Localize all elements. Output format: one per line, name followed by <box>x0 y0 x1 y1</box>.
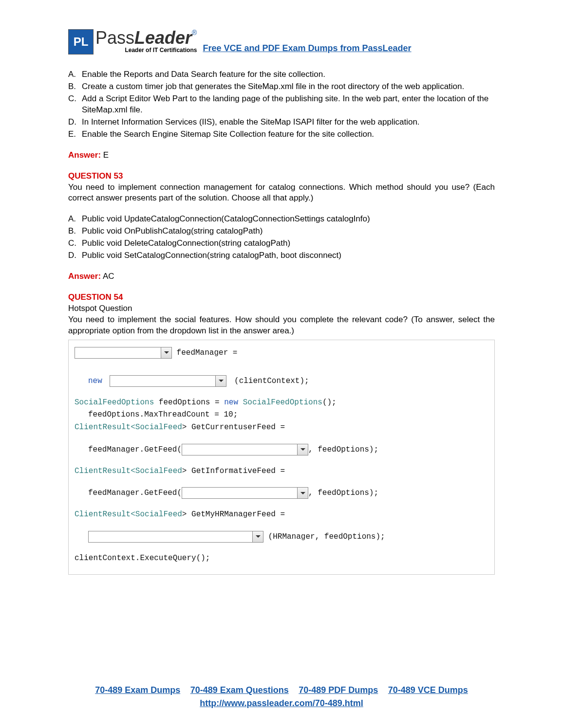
code-line-9: ClientResult<SocialFeed> GetMyHRManagerF… <box>75 510 488 520</box>
option-a: A.Enable the Reports and Data Search fea… <box>82 69 495 80</box>
code-line-2: new (clientContext); <box>75 375 488 387</box>
dropdown-2[interactable] <box>110 375 226 387</box>
type: ClientResult< <box>75 510 135 519</box>
q54-prompt: You need to implement the social feature… <box>68 314 495 337</box>
option-b: B.Public void OnPublishCatalog(string ca… <box>82 226 495 237</box>
footer-link-2[interactable]: 70-489 Exam Questions <box>190 685 289 695</box>
logo-box: PL <box>68 29 94 55</box>
code-text: (HRManager, feedOptions); <box>268 532 385 541</box>
code-text: , feedOptions); <box>308 489 378 497</box>
brand-reg: ® <box>192 29 197 36</box>
q53-prompt: You need to implement connection managem… <box>68 182 495 204</box>
option-c: C.Add a Script Editor Web Part to the la… <box>82 93 495 116</box>
type: SocialFeed <box>135 510 182 519</box>
code-text: > GetMyHRManagerFeed = <box>182 510 285 519</box>
footer-url-row: http://www.passleader.com/70-489.html <box>68 698 495 709</box>
code-line-8: feedManager.GetFeed(, feedOptions); <box>75 487 488 499</box>
chevron-down-icon <box>161 347 171 358</box>
answer-label: Answer: <box>68 272 101 281</box>
option-d-text: Public void SetCatalogConnection(string … <box>82 251 341 260</box>
q54: QUESTION 54 Hotspot Question You need to… <box>68 292 495 337</box>
brand-pass: Pass <box>95 28 134 48</box>
code-line-5: ClientResult<SocialFeed> GetCurrentuserF… <box>75 422 488 433</box>
tagline: Leader of IT Certifications <box>95 47 197 54</box>
chevron-down-icon <box>215 376 226 386</box>
option-d: D.In Internet Information Services (IIS)… <box>82 117 495 128</box>
footer-url[interactable]: http://www.passleader.com/70-489.html <box>200 698 363 708</box>
option-a-text: Public void UpdateCatalogConnection(Cata… <box>82 214 370 223</box>
dropdown-3[interactable] <box>182 444 308 455</box>
code-text: > GetCurrentuserFeed = <box>182 423 285 432</box>
code-text: , feedOptions); <box>308 445 378 454</box>
answer-label: Answer: <box>68 150 101 160</box>
type: SocialFeedOptions <box>238 398 322 407</box>
code-line-4: feedOptions.MaxThreadCount = 10; <box>75 410 488 420</box>
code-area: feedManager = new (clientContext); Socia… <box>68 340 495 575</box>
logo-text: PassLeader® Leader of IT Certifications <box>95 29 197 54</box>
option-b-text: Create a custom timer job that generates… <box>82 82 464 91</box>
chevron-down-icon <box>297 444 308 455</box>
code-text: (); <box>322 398 337 407</box>
dropdown-4[interactable] <box>182 487 308 499</box>
code-line-7: ClientResult<SocialFeed> GetInformativeF… <box>75 466 488 477</box>
option-c-text: Public void DeleteCatalogConnection(stri… <box>82 238 290 248</box>
q54-subtype: Hotspot Question <box>68 303 495 314</box>
keyword-new: new <box>224 398 238 407</box>
type: SocialFeed <box>135 467 182 475</box>
code-text: > GetInformativeFeed = <box>182 467 285 475</box>
footer: 70-489 Exam Dumps 70-489 Exam Questions … <box>68 685 495 709</box>
code-text: feedManager.GetFeed( <box>88 489 182 497</box>
footer-links-row: 70-489 Exam Dumps 70-489 Exam Questions … <box>68 685 495 695</box>
q52-answer: Answer: E <box>68 150 495 161</box>
option-b: B.Create a custom timer job that generat… <box>82 81 495 92</box>
type: SocialFeedOptions <box>75 398 154 407</box>
option-c-text: Add a Script Editor Web Part to the land… <box>82 94 488 114</box>
q53-label: QUESTION 53 <box>68 171 495 182</box>
footer-link-3[interactable]: 70-489 PDF Dumps <box>299 685 378 695</box>
q54-label: QUESTION 54 <box>68 292 495 303</box>
brand-leader: Leader <box>134 28 192 48</box>
q53-options: A.Public void UpdateCatalogConnection(Ca… <box>68 214 495 261</box>
content: A.Enable the Reports and Data Search fea… <box>68 69 495 575</box>
dropdown-1[interactable] <box>75 347 172 359</box>
footer-link-1[interactable]: 70-489 Exam Dumps <box>95 685 180 695</box>
footer-link-4[interactable]: 70-489 VCE Dumps <box>388 685 468 695</box>
q53-answer: Answer: AC <box>68 271 495 282</box>
option-c: C.Public void DeleteCatalogConnection(st… <box>82 238 495 249</box>
option-d: D.Public void SetCatalogConnection(strin… <box>82 250 495 261</box>
option-a: A.Public void UpdateCatalogConnection(Ca… <box>82 214 495 225</box>
type: ClientResult< <box>75 467 135 475</box>
option-e: E.Enable the Search Engine Sitemap Site … <box>82 129 495 140</box>
type: ClientResult< <box>75 423 135 432</box>
type: SocialFeed <box>135 423 182 432</box>
page: PL PassLeader® Leader of IT Certificatio… <box>0 0 563 728</box>
q53: QUESTION 53 You need to implement connec… <box>68 171 495 204</box>
header: PL PassLeader® Leader of IT Certificatio… <box>68 29 495 55</box>
code-text: feedOptions = <box>154 398 224 407</box>
code-line-10: (HRManager, feedOptions); <box>75 531 488 543</box>
code-text: feedManager.GetFeed( <box>88 445 182 454</box>
code-line-6: feedManager.GetFeed(, feedOptions); <box>75 444 488 455</box>
option-d-text: In Internet Information Services (IIS), … <box>82 117 420 127</box>
answer-value: AC <box>103 272 114 281</box>
option-b-text: Public void OnPublishCatalog(string cata… <box>82 226 263 236</box>
q52-options: A.Enable the Reports and Data Search fea… <box>68 69 495 140</box>
code-text: feedManager = <box>177 348 238 357</box>
code-line-11: clientContext.ExecuteQuery(); <box>75 553 488 564</box>
dropdown-5[interactable] <box>88 531 263 543</box>
logo: PL PassLeader® Leader of IT Certificatio… <box>68 29 197 55</box>
code-text: (clientContext); <box>234 377 309 385</box>
answer-value: E <box>103 150 109 160</box>
chevron-down-icon <box>297 488 308 498</box>
code-line-1: feedManager = <box>75 347 488 359</box>
brand-name: PassLeader® <box>95 29 197 47</box>
option-a-text: Enable the Reports and Data Search featu… <box>82 70 325 79</box>
chevron-down-icon <box>252 531 263 542</box>
code-line-3: SocialFeedOptions feedOptions = new Soci… <box>75 398 488 408</box>
keyword-new: new <box>88 377 102 385</box>
option-e-text: Enable the Search Engine Sitemap Site Co… <box>82 129 374 139</box>
header-link[interactable]: Free VCE and PDF Exam Dumps from PassLea… <box>203 43 411 55</box>
